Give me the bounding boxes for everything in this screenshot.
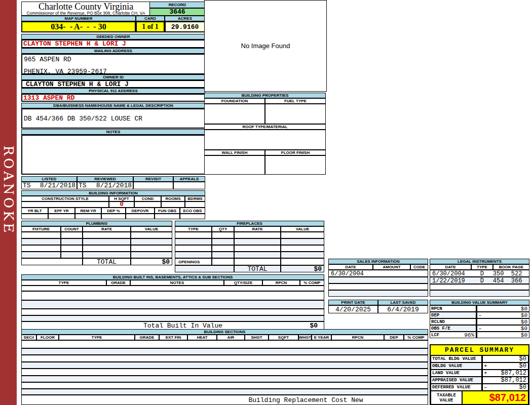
image-panel: No Image Found	[204, 0, 327, 92]
eco-obs-label: ECO OBS	[180, 208, 205, 214]
listed-value: TS 8/21/2018	[21, 182, 77, 189]
cond-value	[134, 201, 161, 208]
sales-amount	[373, 270, 410, 276]
parcel-op: +	[483, 370, 489, 376]
yr-blt-label: YR BLT	[21, 208, 48, 214]
print-date-value: 4/20/2025	[328, 305, 378, 313]
notes-box	[21, 135, 205, 175]
mailing-address-label: MAILING ADDRESS	[21, 48, 205, 54]
building-sections-row	[21, 362, 428, 369]
built-ins-total-value: $0	[222, 322, 324, 330]
reviewed-label: REVIEWED	[77, 176, 133, 182]
parcel-summary-title: PARCEL SUMMARY	[431, 345, 528, 355]
fireplaces-col-rate: RATE	[234, 226, 281, 232]
fireplaces-row	[175, 245, 324, 252]
sales-col-date: DATE	[328, 264, 373, 270]
locality-sidebar: ROANOKE	[0, 0, 17, 405]
sales-information-table: SALES INFORMATION DATE AMOUNT CODE 6/30/…	[328, 259, 428, 297]
building-sections-row	[21, 348, 428, 355]
legal-type: D	[471, 277, 493, 284]
fireplaces-row	[175, 232, 324, 238]
bvs-value: $0	[484, 312, 529, 318]
physical-address-label: PHYSICAL 911 ADDRESS	[21, 88, 205, 94]
fun-obs-label: FUN OBS	[155, 208, 180, 214]
print-info: PRINT DATE LAST SAVED 4/20/2025 6/4/2019	[328, 300, 428, 313]
built-ins-total-label: Total Built In Value	[143, 322, 222, 330]
building-sections-row	[21, 369, 428, 376]
bs-col-dep: DEP	[384, 335, 404, 340]
building-replacement-footer: Building Replacement Cost New	[21, 395, 428, 405]
sales-row	[328, 277, 428, 284]
fireplaces-total-value: $0	[281, 265, 324, 272]
foundation-label: FOUNDATION	[204, 98, 265, 104]
revisit-value	[133, 182, 173, 189]
map-value-row: 034- - A- - - 30 1 of 1 29.9160	[21, 21, 205, 32]
bs-col-type: TYPE	[59, 335, 135, 340]
listed-date: 8/21/2018	[40, 182, 75, 189]
legal-row: 1/22/2019 D 454 366	[430, 277, 529, 284]
county-title: Charlotte County Virginia	[22, 3, 150, 11]
sales-row: 6/30/2004	[328, 270, 428, 277]
rooms-label: ROOMS	[161, 196, 185, 201]
bs-col-ext-fin: EXT FIN	[159, 335, 187, 340]
parcel-label: TOTAL BLDG VALUE	[431, 355, 482, 362]
building-info-value-row2	[21, 214, 205, 219]
record-label: RECORD	[149, 2, 205, 8]
bs-col-rpcn: RPCN	[331, 335, 384, 340]
legal-instruments-title: LEGAL INSTRUMENTS	[430, 259, 529, 264]
legal-row	[430, 284, 529, 290]
building-value-summary-title: BUILDING VALUE SUMMARY	[430, 300, 529, 305]
roof-type-value	[204, 130, 326, 150]
construction-style-value	[21, 201, 109, 208]
parcel-value: $0	[489, 384, 528, 390]
bvs-label: RPCN	[431, 306, 442, 311]
fireplaces-row	[175, 238, 324, 245]
built-ins-row	[21, 309, 324, 315]
map-header-row: MAP NUMBER CARD ACRES	[21, 16, 205, 21]
bvs-row: DEP –$0	[430, 312, 529, 318]
taxable-row: TAXABLE VALUE $87,012	[431, 391, 528, 404]
parcel-row: DEFERRED VALUE –$0	[431, 384, 528, 391]
built-ins-col-notes: NOTES	[130, 280, 224, 286]
fireplaces-table: FIREPLACES TYPE QTY RATE VALUE OPENINGS …	[175, 221, 324, 272]
bs-col-floor: FLOOR	[36, 335, 59, 340]
built-ins-row	[21, 300, 324, 309]
legal-col-date: DATE	[430, 264, 471, 270]
fireplaces-total-row: TOTAL $0	[175, 265, 324, 272]
built-ins-col-qty-size: QTY/SIZE	[224, 280, 262, 286]
bvs-label: LCF	[431, 333, 439, 338]
built-ins-table: BUILDING BUILT INS, BASEMENTS, ATTICS & …	[21, 274, 324, 330]
reviewed-by: TS	[79, 182, 87, 189]
built-ins-col-type: TYPE	[21, 280, 106, 286]
building-info-value-row1: 0	[21, 201, 205, 208]
parcel-label: DEFERRED VALUE	[431, 384, 482, 391]
plumbing-total-label: TOTAL	[83, 258, 131, 265]
legal-instruments-table: LEGAL INSTRUMENTS DATE TYPE BOOK PAGE 6/…	[430, 259, 529, 297]
map-number-value: 034- - A- - - 30	[21, 21, 136, 32]
card-label: CARD	[136, 16, 165, 21]
last-saved-value: 6/4/2019	[378, 305, 428, 313]
fireplaces-row	[175, 252, 324, 258]
construction-style-label: CONSTRUCTION STYLE	[21, 196, 109, 201]
plumbing-total-value: $0	[131, 258, 172, 265]
plumbing-col-fixture: FIXTURE	[21, 226, 61, 232]
building-sections-row	[21, 376, 428, 382]
plumbing-title: PLUMBING	[21, 221, 172, 226]
bs-col-sqft: SQFT	[269, 335, 298, 340]
floor-finish-label: FLOOR FINISH	[265, 150, 326, 155]
eff-yr-label: EFF YR	[48, 208, 75, 214]
bs-col-whgt: WHGT	[298, 335, 312, 340]
fireplaces-col-qty: QTY	[212, 226, 234, 232]
parcel-value: $0	[489, 356, 528, 362]
owner-id-label: OWNER ID	[21, 74, 205, 80]
parcel-summary: PARCEL SUMMARY TOTAL BLDG VALUE $0 OBLDG…	[430, 344, 529, 405]
bvs-label: DEP	[431, 313, 439, 318]
parcel-row: OBLDG VALUE +$0	[431, 362, 528, 370]
bdrms-label: BDRMS	[185, 196, 205, 201]
building-sections-table: BUILDING SECTIONS SEC# FLOOR TYPE GRADE …	[21, 329, 428, 405]
building-sections-row	[21, 389, 428, 395]
mailing-address-line1: 965 ASPEN RD	[22, 55, 204, 63]
built-ins-row	[21, 286, 324, 291]
parcel-op: –	[483, 384, 489, 390]
rooms-value	[161, 201, 185, 208]
